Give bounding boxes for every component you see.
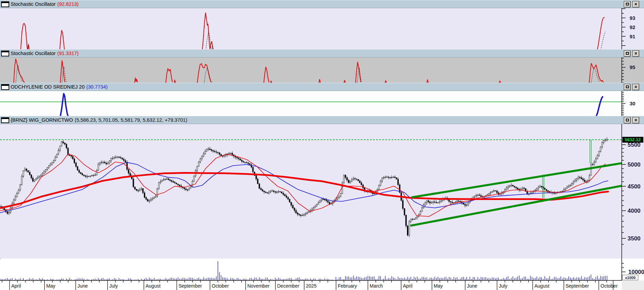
maximize-icon [626,85,629,88]
svg-text:5000: 5000 [628,161,641,168]
svg-text:10000: 10000 [628,269,644,275]
maximize-icon [626,52,629,55]
window-icon [1,1,9,7]
svg-text:95: 95 [630,64,635,70]
stochastic-daily-plot[interactable]: 95 [0,57,644,83]
svg-text:5632.12: 5632.12 [625,137,641,142]
svg-text:April: April [11,283,21,289]
svg-text:September: September [178,283,202,289]
stochastic-weekly-plot[interactable]: 939291 [0,8,644,49]
window-icon [1,117,9,123]
maximize-button[interactable] [624,1,631,8]
svg-text:June: June [467,283,478,289]
svg-text:February: February [338,283,357,289]
indicator-title: ODCHYLENIE OD SREDNIEJ 20(30.7734) [11,84,108,90]
window-icon [1,84,9,90]
svg-text:October: October [212,283,229,289]
candlestick-chart[interactable]: 550050004500400035005632.12 [0,124,644,259]
security-ohlc-values: (5,586.23, 5,701.05, 5,581.79, 5,632.12,… [75,117,187,123]
close-button[interactable]: × [632,1,639,8]
close-icon: × [634,51,637,56]
indicator-value: (91.3317) [57,51,78,56]
svg-text:4000: 4000 [628,208,641,214]
indicator-title: Stochastic Oscillator(92.8213) [11,1,78,7]
close-icon: × [634,2,637,6]
svg-text:May: May [46,283,55,289]
titlebar-stochastic-daily[interactable]: Stochastic Oscillator(91.3317) × [0,49,644,57]
svg-text:September: September [566,283,589,289]
svg-text:November: November [247,283,270,289]
volume-and-date-axis[interactable]: 10000x1000AprilMayJuneJulyAugustSeptembe… [0,259,644,290]
svg-text:x1000: x1000 [625,276,636,280]
close-button[interactable]: × [632,117,639,123]
titlebar-stochastic-weekly[interactable]: Stochastic Oscillator(92.8213) × [0,0,644,8]
svg-text:June: June [77,283,88,289]
svg-text:4500: 4500 [628,183,641,190]
svg-text:30: 30 [630,101,635,106]
maximize-icon [626,119,629,121]
indicator-title: Stochastic Oscillator(91.3317) [11,51,78,56]
window-icon [1,51,9,56]
close-icon: × [634,84,637,89]
svg-text:3500: 3500 [628,235,641,242]
svg-text:93: 93 [630,15,635,21]
maximize-button[interactable] [624,84,631,90]
svg-text:July: July [499,283,507,289]
svg-text:August: August [534,283,549,289]
deviation-plot[interactable]: 30 [0,91,644,116]
maximize-button[interactable] [624,50,631,57]
titlebar-wig-gornictwo[interactable]: {BRNZ} WIG_GORNICTWO(5,586.23, 5,701.05,… [0,116,644,124]
svg-text:May: May [434,283,443,289]
svg-text:October: October [600,283,618,289]
svg-text:July: July [109,283,118,289]
close-button[interactable]: × [632,50,639,57]
svg-text:December: December [277,283,299,289]
maximize-icon [626,3,629,5]
svg-text:2025: 2025 [306,283,317,289]
indicator-value: (30.7734) [86,84,108,90]
titlebar-deviation[interactable]: ODCHYLENIE OD SREDNIEJ 20(30.7734) × [0,83,644,91]
svg-text:92: 92 [630,24,635,30]
svg-text:April: April [403,283,412,289]
close-icon: × [634,118,637,122]
charting-application-window: Stochastic Oscillator(92.8213) × 939291 … [0,0,644,290]
maximize-button[interactable] [624,117,631,123]
close-button[interactable]: × [632,84,639,90]
indicator-value: (92.8213) [57,1,78,7]
svg-text:91: 91 [630,34,635,39]
security-title: {BRNZ} WIG_GORNICTWO(5,586.23, 5,701.05,… [11,117,187,123]
svg-text:March: March [370,283,383,289]
svg-text:August: August [146,283,161,289]
